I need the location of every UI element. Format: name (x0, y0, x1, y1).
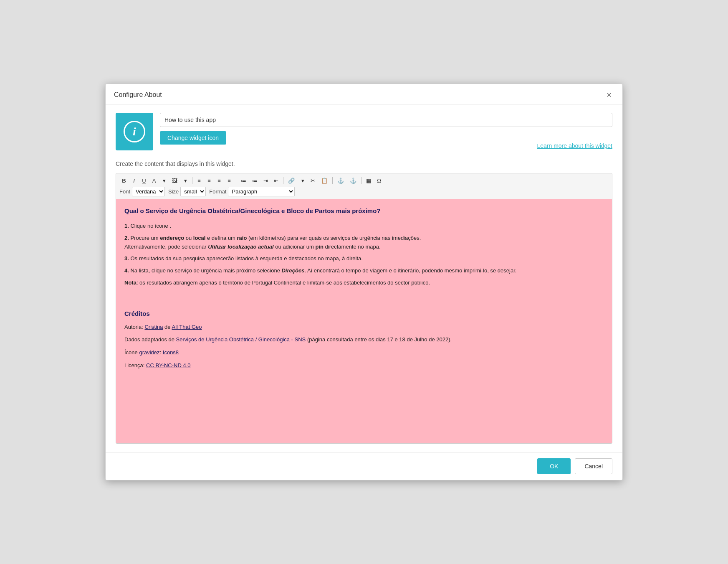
step1-text: Clique no ícone . (130, 223, 171, 229)
editor-content-area[interactable]: Qual o Serviço de Urgência Obstétrica/Gi… (116, 199, 612, 443)
italic-button[interactable]: I (129, 176, 139, 185)
outdent-button[interactable]: ⇤ (271, 176, 281, 185)
separator4 (332, 177, 333, 184)
header-right: Change widget icon (160, 113, 612, 145)
step2-pin: pin (315, 244, 324, 250)
bold-button[interactable]: B (119, 176, 129, 185)
step2-prefix: Procure um (130, 235, 160, 241)
step3-text: Os resultados da sua pesquisa aparecerão… (130, 255, 362, 262)
anchor2-button[interactable]: ⚓ (347, 176, 359, 185)
size-label: Size (168, 188, 179, 195)
nota-paragraph: Nota: os resultados abrangem apenas o te… (124, 279, 604, 287)
unordered-list-button[interactable]: ≔ (250, 176, 260, 185)
dados-prefix: Dados adaptados de (124, 336, 176, 343)
widget-title-input[interactable] (160, 113, 612, 127)
ordered-list-button[interactable]: ≔ (238, 176, 249, 185)
autoria-mid: de (163, 324, 172, 330)
anchor-button[interactable]: ⚓ (335, 176, 346, 185)
unlink-button[interactable]: ✂ (308, 176, 318, 185)
configure-about-dialog: Configure About × i Change widget icon L… (105, 84, 623, 480)
info-icon: i (124, 121, 145, 142)
content-description: Create the content that displays in this… (116, 160, 612, 167)
format-select[interactable]: Paragraph (228, 187, 295, 196)
image-dropdown[interactable]: ▾ (181, 176, 190, 185)
size-select-group: Size small (168, 187, 206, 196)
learn-more-link[interactable]: Learn more about this widget (537, 142, 612, 149)
dialog-footer: OK Cancel (106, 452, 622, 480)
step1-num: 1. (124, 223, 129, 229)
font-select[interactable]: Verdana (132, 187, 165, 196)
autoria-org-link[interactable]: All That Geo (172, 324, 202, 330)
nota-bold: Nota (124, 279, 136, 286)
icone-mid: : (160, 349, 163, 356)
separator2 (236, 177, 236, 184)
size-select[interactable]: small (180, 187, 206, 196)
dados-line: Dados adaptados de Serviços de Urgência … (124, 335, 604, 344)
editor-container: B I U A ▾ 🖼 ▾ ≡ ≡ ≡ ≡ ≔ ≔ ⇥ ⇤ (116, 173, 612, 444)
change-widget-icon-button[interactable]: Change widget icon (160, 131, 226, 145)
step2-line2-prefix: Alternativamente, pode selecionar (124, 244, 208, 250)
step2-suffix: (em kilómetros) para ver quais os serviç… (247, 235, 421, 241)
step4-num: 4. (124, 267, 129, 274)
align-center-button[interactable]: ≡ (205, 176, 214, 185)
font-select-group: Font Verdana (119, 187, 165, 196)
toolbar-row2: Font Verdana Size small Format (119, 187, 609, 196)
image-button[interactable]: 🖼 (169, 176, 180, 185)
indent-button[interactable]: ⇥ (261, 176, 270, 185)
step2-mid2: e defina um (205, 235, 237, 241)
licenca-prefix: Licença: (124, 362, 146, 368)
licenca-link[interactable]: CC BY-NC-ND 4.0 (146, 362, 190, 368)
step2-line2-suffix: directamente no mapa. (324, 244, 381, 250)
autoria-prefix: Autoria: (124, 324, 144, 330)
icone-link1[interactable]: gravidez (139, 349, 159, 356)
separator3 (283, 177, 283, 184)
credits-title: Créditos (124, 309, 604, 319)
icone-link2[interactable]: Icons8 (163, 349, 179, 356)
align-left-button[interactable]: ≡ (195, 176, 204, 185)
step4-suffix: . Aí encontrará o tempo de viagem e o it… (304, 267, 516, 274)
copy-button[interactable]: 📋 (318, 176, 330, 185)
step2-bold-italic: Utilizar localização actual (208, 244, 274, 250)
content-heading: Qual o Serviço de Urgência Obstétrica/Gi… (124, 206, 604, 216)
licenca-line: Licença: CC BY-NC-ND 4.0 (124, 361, 604, 370)
ok-button[interactable]: OK (537, 458, 571, 474)
separator1 (192, 177, 192, 184)
toolbar-row1: B I U A ▾ 🖼 ▾ ≡ ≡ ≡ ≡ ≔ ≔ ⇥ ⇤ (119, 176, 609, 185)
step4-prefix: Na lista, clique no serviço de urgência … (130, 267, 281, 274)
dialog-titlebar: Configure About × (106, 84, 622, 104)
justify-button[interactable]: ≡ (225, 176, 234, 185)
format-select-group: Format Paragraph (209, 187, 295, 196)
align-right-button[interactable]: ≡ (215, 176, 224, 185)
close-button[interactable]: × (604, 90, 614, 100)
step2-bold3: raio (237, 235, 247, 241)
step2-line2-mid: ou adicionar um (274, 244, 316, 250)
nota-text: : os resultados abrangem apenas o territ… (136, 279, 430, 286)
special-char-button[interactable]: Ω (374, 176, 384, 185)
autoria-line: Autoria: Cristina de All That Geo (124, 323, 604, 332)
step4: 4. Na lista, clique no serviço de urgênc… (124, 267, 604, 275)
font-color-button[interactable]: A (149, 176, 159, 185)
format-label: Format (209, 188, 226, 195)
editor-toolbar: B I U A ▾ 🖼 ▾ ≡ ≡ ≡ ≡ ≔ ≔ ⇥ ⇤ (116, 173, 612, 199)
dados-link[interactable]: Serviços de Urgência Obstétrica / Gineco… (176, 336, 306, 343)
step2-mid1: ou (184, 235, 193, 241)
font-label: Font (119, 188, 130, 195)
link-dropdown[interactable]: ▾ (298, 176, 307, 185)
dialog-body: i Change widget icon Learn more about th… (106, 104, 622, 452)
widget-icon: i (116, 113, 153, 150)
step2-num: 2. (124, 235, 129, 241)
autoria-name-link[interactable]: Cristina (144, 324, 163, 330)
cancel-button[interactable]: Cancel (575, 458, 612, 474)
icone-prefix: Ícone (124, 349, 139, 356)
step3: 3. Os resultados da sua pesquisa aparece… (124, 254, 604, 263)
table-button[interactable]: ▦ (364, 176, 374, 185)
icone-line: Ícone gravidez: Icons8 (124, 348, 604, 357)
separator5 (361, 177, 361, 184)
font-color-dropdown[interactable]: ▾ (159, 176, 169, 185)
dados-suffix: (página consultada entre os dias 17 e 18… (306, 336, 452, 343)
dialog-title: Configure About (114, 91, 162, 99)
underline-button[interactable]: U (139, 176, 149, 185)
link-button[interactable]: 🔗 (286, 176, 297, 185)
step2-bold2: local (193, 235, 206, 241)
step2-bold1: endereço (160, 235, 184, 241)
